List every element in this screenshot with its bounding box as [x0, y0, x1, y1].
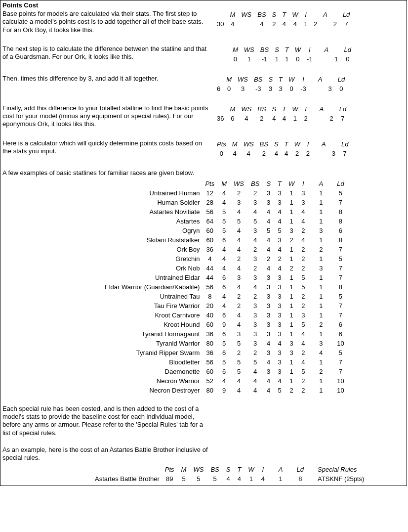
step2-block: The next step is to calculate the differ…: [2, 45, 405, 64]
cell: 6: [218, 329, 230, 339]
col-pts: Pts: [202, 179, 218, 188]
table-row: Bloodletter56555431417: [101, 357, 348, 367]
row-label: Gretchin: [101, 254, 202, 264]
cell: 4: [298, 207, 308, 217]
spacer: [326, 329, 333, 339]
cell[interactable]: 2: [291, 149, 303, 158]
cell: 36: [202, 245, 218, 254]
cell: 3: [247, 310, 263, 320]
calc-table: Pts M WS BS S T W I A Ld 0 4 4 2 4 4 2: [214, 139, 351, 158]
step1-block: Base points for models are calculated vi…: [2, 10, 405, 34]
cell[interactable]: 4: [241, 149, 257, 158]
col-w: W: [286, 75, 297, 84]
cell: 1: [285, 188, 298, 198]
page-title: Points Cost: [2, 1, 405, 9]
examples-intro: A few examples of basic statlines for fa…: [2, 169, 405, 177]
spacer: [309, 310, 316, 320]
stat-header-row: M WS BS S T W I A Ld: [214, 10, 353, 19]
cell: 7: [336, 114, 349, 123]
cell: 1: [316, 329, 327, 339]
cell: 1: [316, 386, 327, 395]
final-row: Astartes Battle Brother 89 5 5 5 4 4 1 4…: [91, 474, 367, 484]
cell: 0: [214, 149, 229, 158]
cell: 9: [218, 386, 230, 395]
cell[interactable]: 3: [329, 149, 338, 158]
spacer: [326, 367, 333, 376]
cell[interactable]: 4: [229, 149, 241, 158]
cell: 4: [269, 114, 280, 123]
table-row: Ogryn60543553236: [101, 226, 348, 235]
cell: 2: [298, 348, 308, 357]
cell: 9: [218, 320, 230, 329]
cell: 2: [247, 245, 263, 254]
cell: 8: [333, 235, 347, 245]
spacer: [326, 217, 333, 226]
col-ld: Ld: [333, 179, 347, 188]
cell: 1: [316, 235, 327, 245]
step2-row: 0 1 -1 1 1 0 -1 1 0: [230, 54, 354, 64]
cell: 4: [227, 19, 238, 29]
cell: 36: [202, 329, 218, 339]
cell: 4: [247, 282, 263, 292]
cell: 10: [333, 376, 347, 386]
cell[interactable]: 4: [271, 149, 282, 158]
cell[interactable]: 2: [257, 149, 271, 158]
cell: 1: [285, 254, 298, 264]
cell: 60: [202, 226, 218, 235]
cell: 3: [263, 292, 274, 301]
cell: 4: [263, 376, 274, 386]
table-row: Gretchin4423221215: [101, 254, 348, 264]
cell: 1: [285, 207, 298, 217]
spacer: [326, 264, 333, 273]
cell[interactable]: 2: [303, 149, 313, 158]
cell: 2: [247, 264, 263, 273]
cell: 1: [285, 198, 298, 207]
cell: 4: [263, 207, 274, 217]
row-label: Human Soldier: [101, 198, 202, 207]
stat-header-row: M WS BS S T W I A Ld: [214, 104, 349, 114]
cell[interactable]: 7: [338, 149, 351, 158]
stat-header-row: M WS BS S T W I A Ld: [230, 45, 354, 54]
table-row: Tyranid Ripper Swarm36622333245: [101, 348, 348, 357]
cell: 5: [218, 357, 230, 367]
cell: 36: [214, 114, 227, 123]
cell: 3: [263, 320, 274, 329]
cell: 1: [285, 310, 298, 320]
col-w: W: [285, 179, 298, 188]
cell: 44: [202, 264, 218, 273]
col-t: T: [234, 465, 245, 474]
table-row: Untrained Tau8422331215: [101, 292, 348, 301]
cell: 4: [263, 235, 274, 245]
cell: 4: [234, 474, 245, 484]
cell: 0: [341, 54, 354, 64]
cell: 4: [230, 386, 247, 395]
cell[interactable]: [313, 149, 319, 158]
cell: 1: [285, 357, 298, 367]
cell: 2: [230, 254, 247, 264]
col-ld: Ld: [338, 139, 351, 149]
cell: 20: [202, 301, 218, 310]
cell: 60: [202, 320, 218, 329]
cell[interactable]: 4: [282, 149, 291, 158]
cell: 30: [214, 19, 227, 29]
cell: 3: [265, 84, 276, 93]
row-label: Tyranid Ripper Swarm: [101, 348, 202, 357]
col-ld: Ld: [341, 45, 354, 54]
cell: 8: [333, 207, 347, 217]
col-t: T: [282, 139, 291, 149]
cell: 3: [247, 301, 263, 310]
cell: 3: [235, 84, 251, 93]
cell: 52: [202, 376, 218, 386]
cell: 7: [333, 273, 347, 282]
spacer: [309, 339, 316, 348]
cell: 4: [263, 357, 274, 367]
cell: 6: [218, 282, 230, 292]
step2-table: M WS BS S T W I A Ld 0 1 -1 1 1 0 -1: [230, 45, 354, 64]
col-ld: Ld: [340, 10, 353, 19]
col-pts: Pts: [162, 465, 178, 474]
col-w: W: [291, 139, 303, 149]
cell: 60: [202, 235, 218, 245]
cell: 2: [298, 245, 308, 254]
col-m: M: [227, 104, 238, 114]
cell: 1: [316, 273, 327, 282]
